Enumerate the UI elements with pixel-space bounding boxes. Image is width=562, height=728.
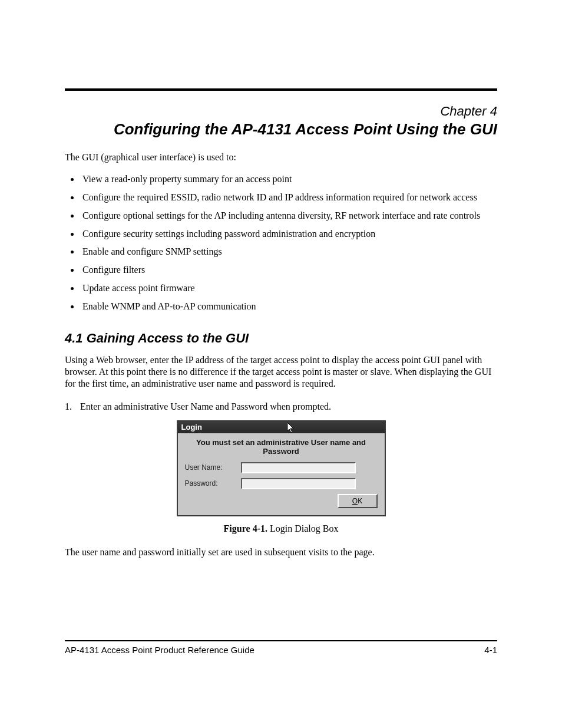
ok-button-mnemonic: O xyxy=(352,497,358,505)
list-item: Enable and configure SNMP settings xyxy=(80,245,497,259)
password-input[interactable] xyxy=(241,478,356,489)
header-rule xyxy=(65,88,497,91)
footer-left: AP-4131 Access Point Product Reference G… xyxy=(65,645,254,655)
dialog-titlebar: Login xyxy=(178,421,385,433)
svg-marker-0 xyxy=(287,423,293,433)
list-item: Update access point firmware xyxy=(80,281,497,296)
dialog-message: You must set an administrative User name… xyxy=(185,438,378,456)
list-item: Configure filters xyxy=(80,263,497,278)
intro-paragraph: The GUI (graphical user interface) is us… xyxy=(65,151,497,163)
section-heading: 4.1 Gaining Access to the GUI xyxy=(65,331,497,346)
dialog-body: You must set an administrative User name… xyxy=(178,433,385,515)
chapter-title: Configuring the AP-4131 Access Point Usi… xyxy=(65,120,497,139)
list-item: View a read-only property summary for an… xyxy=(80,172,497,187)
feature-bullet-list: View a read-only property summary for an… xyxy=(65,172,497,314)
figure-label: Figure 4-1. xyxy=(224,523,267,533)
password-row: Password: xyxy=(185,478,378,489)
figure-title: Login Dialog Box xyxy=(270,523,338,533)
dialog-figure: Login You must set an administrative Use… xyxy=(65,420,497,516)
footer-page-number: 4-1 xyxy=(484,645,497,655)
dialog-button-row: OK xyxy=(185,494,378,508)
list-item: Configure optional settings for the AP i… xyxy=(80,209,497,223)
dialog-title: Login xyxy=(181,423,202,431)
document-page: Chapter 4 Configuring the AP-4131 Access… xyxy=(0,0,562,728)
list-item: Enable WNMP and AP-to-AP communication xyxy=(80,299,497,314)
chapter-label: Chapter 4 xyxy=(65,104,497,119)
list-item: Configure security settings including pa… xyxy=(80,227,497,242)
password-label: Password: xyxy=(185,479,241,487)
post-figure-paragraph: The user name and password initially set… xyxy=(65,547,497,558)
username-row: User Name: xyxy=(185,462,378,473)
section-paragraph: Using a Web browser, enter the IP addres… xyxy=(65,354,497,390)
username-label: User Name: xyxy=(185,463,241,472)
figure-caption: Figure 4-1. Login Dialog Box xyxy=(65,523,497,534)
ok-button[interactable]: OK xyxy=(338,494,378,508)
step-item: 1. Enter an administrative User Name and… xyxy=(65,401,497,412)
ok-button-suffix: K xyxy=(358,497,362,505)
login-dialog: Login You must set an administrative Use… xyxy=(177,420,386,516)
chapter-heading-block: Chapter 4 Configuring the AP-4131 Access… xyxy=(65,104,497,139)
username-input[interactable] xyxy=(241,462,356,473)
step-text: Enter an administrative User Name and Pa… xyxy=(80,401,331,411)
page-footer: AP-4131 Access Point Product Reference G… xyxy=(65,640,497,655)
cursor-icon xyxy=(287,423,296,434)
step-number: 1. xyxy=(65,401,78,412)
list-item: Configure the required ESSID, radio netw… xyxy=(80,190,497,205)
